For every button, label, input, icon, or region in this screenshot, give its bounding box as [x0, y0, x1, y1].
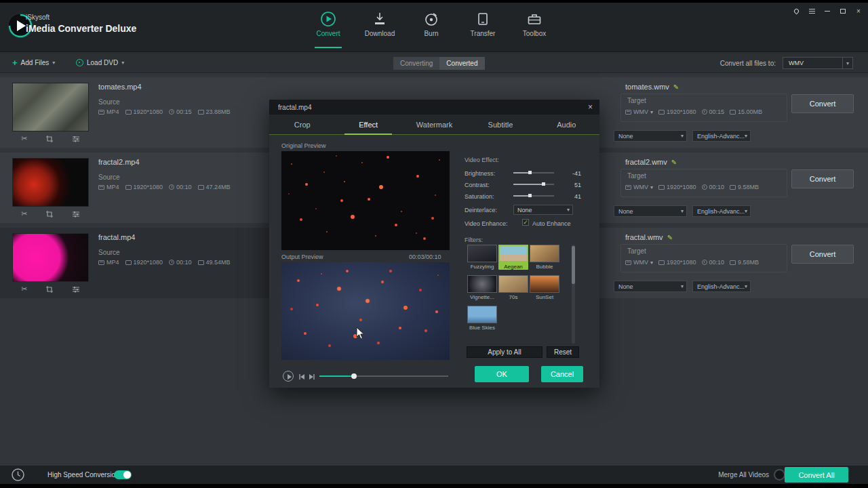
high-speed-toggle[interactable] [114, 470, 132, 479]
target-format[interactable]: WMV [633, 184, 648, 190]
nav-tab-convert[interactable]: Convert [311, 11, 346, 46]
next-frame-button[interactable] [309, 373, 315, 380]
filter-thumbnail[interactable] [467, 306, 497, 323]
filters-grid: FuzzyImg Aegean Bubble Vignette... 70s [467, 245, 565, 336]
tab-watermark[interactable]: Watermark [401, 115, 467, 134]
file-size: 23.88MB [206, 108, 231, 115]
language-select[interactable]: English-Advanc...▾ [692, 130, 751, 142]
tab-converted[interactable]: Converted [439, 57, 484, 70]
apply-to-all-button[interactable]: Apply to All [467, 346, 542, 358]
language-select[interactable]: English-Advanc...▾ [692, 205, 751, 217]
video-thumbnail[interactable] [12, 233, 89, 282]
nav-label: Toolbox [523, 30, 546, 37]
reset-button[interactable]: Reset [547, 346, 579, 358]
filter-option-vignette[interactable]: Vignette... [467, 275, 497, 300]
target-size: 9.58MB [738, 259, 759, 266]
format-icon [625, 185, 631, 190]
load-dvd-button[interactable]: Load DVD ▾ [76, 52, 124, 73]
convert-button[interactable]: Convert [791, 245, 854, 264]
source-file-fractal2[interactable]: ✂ fractal2.mp4 Source MP4 1920*1080 00:1… [0, 152, 269, 223]
filter-option-bubble[interactable]: Bubble [530, 245, 559, 270]
filter-option-70s[interactable]: 70s [498, 275, 528, 300]
filter-thumbnail[interactable] [530, 275, 559, 293]
filter-thumbnail[interactable] [498, 275, 528, 293]
filters-label: Filters: [465, 237, 483, 243]
trim-icon[interactable]: ✂ [21, 285, 27, 293]
output-format-select[interactable]: WMV ▾ [783, 57, 853, 69]
saturation-slider[interactable] [513, 195, 554, 197]
preset-select[interactable]: None▾ [614, 130, 687, 142]
dialog-close-button[interactable]: × [581, 102, 599, 112]
contrast-slider[interactable] [513, 184, 554, 185]
filter-thumbnail[interactable] [467, 275, 497, 293]
edit-icon[interactable]: ✎ [667, 234, 673, 241]
nav-tab-burn[interactable]: Burn [414, 11, 449, 46]
nav-tab-toolbox[interactable]: Toolbox [517, 11, 552, 46]
window-maximize-button[interactable] [839, 7, 847, 15]
size-icon [730, 185, 736, 190]
nav-tab-download[interactable]: Download [362, 11, 397, 46]
crop-icon[interactable] [45, 210, 54, 218]
deinterlace-select[interactable]: None ▾ [513, 205, 573, 215]
preset-select[interactable]: None▾ [614, 281, 687, 292]
tab-audio[interactable]: Audio [534, 115, 599, 134]
filter-option-blue-skies[interactable]: Blue Skies [467, 306, 497, 331]
source-file-fractal[interactable]: ✂ fractal.mp4 Source MP4 1920*1080 00:10… [0, 228, 269, 298]
preset-select[interactable]: None▾ [614, 205, 687, 217]
seek-handle[interactable] [351, 373, 357, 379]
brightness-slider[interactable] [513, 172, 554, 174]
resolution-icon [658, 110, 665, 115]
video-thumbnail[interactable] [12, 83, 89, 131]
nav-tab-transfer[interactable]: Transfer [465, 11, 500, 46]
tab-converting[interactable]: Converting [393, 57, 439, 70]
add-files-button[interactable]: + Add Files ▾ [12, 52, 55, 73]
window-pin-button[interactable] [792, 7, 800, 15]
filter-option-fuzzyimg[interactable]: FuzzyImg [467, 245, 497, 270]
target-info: WMV▾ 1920*1080 00:10 9.58MB [625, 259, 759, 266]
merge-all-toggle[interactable] [774, 469, 785, 481]
window-close-button[interactable]: × [854, 7, 863, 15]
filter-option-sunset[interactable]: SunSet [530, 275, 559, 300]
filter-thumbnail[interactable] [530, 245, 559, 262]
filter-option-aegean[interactable]: Aegean [498, 245, 528, 270]
video-thumbnail[interactable] [12, 158, 89, 207]
filter-thumbnail[interactable] [467, 245, 497, 262]
effects-icon[interactable] [72, 285, 80, 293]
trim-icon[interactable]: ✂ [21, 209, 27, 218]
seek-slider[interactable] [319, 375, 448, 377]
edit-icon[interactable]: ✎ [673, 83, 679, 91]
file-size: 49.54MB [206, 259, 231, 266]
trim-icon[interactable]: ✂ [21, 134, 27, 143]
tab-crop[interactable]: Crop [269, 115, 335, 134]
play-button[interactable] [283, 371, 294, 382]
auto-enhance-label: Auto Enhance [532, 220, 571, 227]
convert-button[interactable]: Convert [791, 94, 854, 113]
tab-subtitle[interactable]: Subtitle [467, 115, 533, 134]
scrollbar-thumb[interactable] [572, 246, 575, 284]
crop-icon[interactable] [45, 135, 54, 143]
effects-icon[interactable] [72, 135, 80, 143]
convert-all-button[interactable]: Convert All [785, 467, 848, 483]
window-menu-button[interactable] [808, 7, 816, 15]
cancel-button[interactable]: Cancel [541, 366, 583, 382]
schedule-button[interactable] [11, 468, 25, 482]
convert-button[interactable]: Convert [791, 169, 854, 188]
source-file-tomates[interactable]: ✂ tomates.mp4 Source MP4 1920*1080 00:15… [0, 77, 269, 148]
effects-icon[interactable] [72, 210, 80, 218]
language-select[interactable]: English-Advanc...▾ [692, 281, 751, 292]
target-format[interactable]: WMV [633, 108, 648, 115]
convert-icon [320, 11, 336, 27]
ok-button[interactable]: OK [475, 366, 529, 382]
tab-effect[interactable]: Effect [335, 115, 401, 134]
target-kind: Target [627, 172, 646, 180]
window-minimize-button[interactable] [823, 7, 831, 15]
edit-icon[interactable]: ✎ [671, 159, 677, 166]
prev-frame-button[interactable] [298, 373, 305, 380]
auto-enhance-checkbox[interactable]: ✓ [522, 219, 529, 226]
close-icon: × [856, 7, 861, 15]
crop-icon[interactable] [45, 285, 54, 293]
output-preview-label: Output Preview [281, 253, 323, 260]
filters-scrollbar[interactable] [572, 245, 575, 344]
filter-thumbnail[interactable] [498, 245, 528, 262]
target-format[interactable]: WMV [633, 259, 648, 266]
